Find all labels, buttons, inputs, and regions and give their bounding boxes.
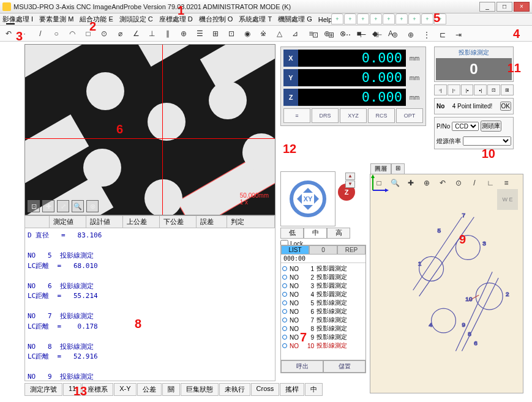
- view-cross-icon[interactable]: ✚: [42, 200, 54, 212]
- tool2-icon[interactable]: ⋯: [341, 29, 353, 41]
- menu-machine[interactable]: 機台控制 O: [199, 15, 233, 24]
- tool-arc-icon[interactable]: ◠: [66, 28, 78, 40]
- speed-mid-tab[interactable]: 中: [304, 228, 327, 239]
- prog-store-button[interactable]: 儲置: [323, 360, 365, 373]
- tool2-icon[interactable]: ⊩: [373, 29, 385, 41]
- program-item[interactable]: NO7投影線測定: [282, 316, 364, 324]
- prog-tab-zero[interactable]: 0: [309, 245, 337, 255]
- tool2-icon[interactable]: ⇥: [452, 29, 465, 41]
- doc-tab[interactable]: +: [383, 13, 395, 24]
- program-item[interactable]: NO1投影圓測定: [282, 264, 364, 273]
- probe-lib-button[interactable]: 測頭庫: [481, 121, 501, 132]
- prog-export-button[interactable]: 呼出: [281, 360, 323, 373]
- doc-tab[interactable]: +: [357, 13, 369, 24]
- jog-up-icon[interactable]: [303, 183, 313, 193]
- dro-btn-opt[interactable]: OPT: [396, 108, 423, 123]
- speed-up-icon[interactable]: ▲: [345, 173, 355, 180]
- tool-circle-icon[interactable]: ○: [50, 28, 62, 40]
- tool2-icon[interactable]: ⊏: [436, 29, 449, 41]
- limit-ok-button[interactable]: OK: [500, 102, 511, 111]
- jog-right-icon[interactable]: [314, 194, 324, 204]
- menu-measure[interactable]: 要素量測 M: [39, 15, 73, 24]
- cad-view[interactable]: 圖層 ⊞ □ 🔍 ✚ ⊕ ↶ ⊙ / ∟ ≡ 1 2 3 4 5 6 7 8 9…: [370, 174, 523, 393]
- tool2-icon[interactable]: ⊚: [389, 29, 401, 41]
- menu-combine[interactable]: 組合功能 E: [80, 15, 113, 24]
- tool-box-icon[interactable]: ⊡: [225, 28, 238, 40]
- tool-diameter-icon[interactable]: ⌀: [114, 28, 126, 40]
- axis-x-label[interactable]: X: [283, 50, 298, 67]
- program-item[interactable]: NO9投影線測定: [282, 333, 364, 341]
- doc-tab[interactable]: +: [344, 13, 356, 24]
- close-button[interactable]: ×: [514, 2, 530, 12]
- axis-z-label[interactable]: Z: [283, 89, 298, 106]
- menu-image[interactable]: 影像處理 I: [2, 15, 33, 24]
- menu-system[interactable]: 系統處理 T: [239, 15, 272, 24]
- cad-tab-layer[interactable]: 圖層: [370, 163, 391, 174]
- tool2-icon[interactable]: ⋮: [421, 29, 433, 41]
- tool2-icon[interactable]: ⊞: [325, 29, 337, 41]
- program-item[interactable]: NO6投影線測定: [282, 307, 364, 316]
- view-pan-icon[interactable]: ⤢: [57, 200, 69, 212]
- r-small-btn[interactable]: ⊡: [487, 84, 500, 95]
- dro-btn[interactable]: ≡: [283, 108, 310, 123]
- doc-tab[interactable]: +: [408, 13, 421, 24]
- prog-tab-rep[interactable]: REP: [337, 245, 365, 255]
- r-small-btn[interactable]: |•: [461, 84, 474, 95]
- dro-btn-xyz[interactable]: XYZ: [340, 108, 367, 123]
- results-list[interactable]: D 直径 = 83.106 NO 5 投影線測定 LC距離 = 68.010 N…: [24, 228, 275, 381]
- doc-tab[interactable]: +: [370, 13, 382, 24]
- speed-high-tab[interactable]: 高: [327, 228, 350, 239]
- menu-org[interactable]: 機關處理 G: [278, 15, 312, 24]
- tool-perp-icon[interactable]: ⊥: [146, 28, 158, 40]
- doc-tab[interactable]: +: [421, 13, 433, 24]
- r-small-btn[interactable]: |▫: [448, 84, 460, 95]
- jog-down-icon[interactable]: [303, 205, 313, 215]
- view-fit-icon[interactable]: ⊡: [28, 200, 40, 212]
- tool-target-icon[interactable]: ⊕: [178, 28, 190, 40]
- maximize-button[interactable]: □: [496, 2, 512, 12]
- tool-grid-icon[interactable]: ⊞: [209, 28, 222, 40]
- menu-probe[interactable]: 測頭設定 C: [119, 15, 153, 24]
- tool2-icon[interactable]: ⊢: [357, 29, 369, 41]
- tool-star-icon[interactable]: ※: [257, 28, 269, 40]
- tool-angle-icon[interactable]: ∠: [130, 28, 142, 40]
- prog-tab-list[interactable]: LIST: [281, 245, 309, 255]
- tool2-icon[interactable]: ⊕: [405, 29, 417, 41]
- tool-point-icon[interactable]: ·: [18, 28, 31, 40]
- camera-view[interactable]: >>Menus<< 50.000mm1 x ⊡ ✚ ⤢ 🔍 ⊗: [24, 44, 275, 215]
- view-cancel-icon[interactable]: ⊗: [86, 200, 99, 212]
- axis-y-label[interactable]: Y: [283, 69, 298, 86]
- program-item[interactable]: NO3投影圓測定: [282, 281, 364, 290]
- tool-list-icon[interactable]: ☰: [193, 28, 206, 40]
- tool-dot-icon[interactable]: ◉: [241, 28, 253, 40]
- minimize-button[interactable]: _: [479, 2, 495, 12]
- xy-joystick[interactable]: XY: [280, 171, 335, 226]
- program-item[interactable]: NO5投影線測定: [282, 299, 364, 307]
- program-item[interactable]: NO10投影線測定: [282, 341, 364, 350]
- r-small-btn[interactable]: ⊞: [501, 84, 514, 95]
- speed-low-tab[interactable]: 低: [280, 228, 304, 239]
- jog-left-icon[interactable]: [292, 194, 302, 204]
- tool-rect-icon[interactable]: □: [82, 28, 94, 40]
- tool-rtri-icon[interactable]: ⊿: [289, 28, 301, 40]
- program-item[interactable]: NO2投影圓測定: [282, 273, 364, 281]
- speed-down-icon[interactable]: ▼: [345, 181, 355, 188]
- r-small-btn[interactable]: •|: [474, 84, 487, 95]
- program-item[interactable]: NO8投影線測定: [282, 324, 364, 333]
- light-speed-select[interactable]: [463, 136, 511, 146]
- view-zoom-icon[interactable]: 🔍: [72, 200, 84, 212]
- tool-ring-icon[interactable]: ⊙: [98, 28, 110, 40]
- menu-coord[interactable]: 座標處理 D: [159, 15, 193, 24]
- dro-btn-drs[interactable]: DRS: [312, 108, 339, 123]
- program-item[interactable]: NO4投影圓測定: [282, 290, 364, 299]
- tool2-icon[interactable]: ⊡: [309, 29, 321, 41]
- doc-tab[interactable]: +: [331, 13, 343, 24]
- dro-btn-rcs[interactable]: RCS: [368, 108, 395, 123]
- r-small-btn[interactable]: ▫|: [434, 84, 447, 95]
- tool-line-icon[interactable]: /: [34, 28, 47, 40]
- doc-tab[interactable]: +: [395, 13, 408, 24]
- tool-undo-icon[interactable]: ↶: [2, 28, 15, 40]
- tool-parallel-icon[interactable]: ∥: [162, 28, 174, 40]
- tool-tri-icon[interactable]: △: [273, 28, 285, 40]
- doc-tab[interactable]: +: [434, 13, 446, 24]
